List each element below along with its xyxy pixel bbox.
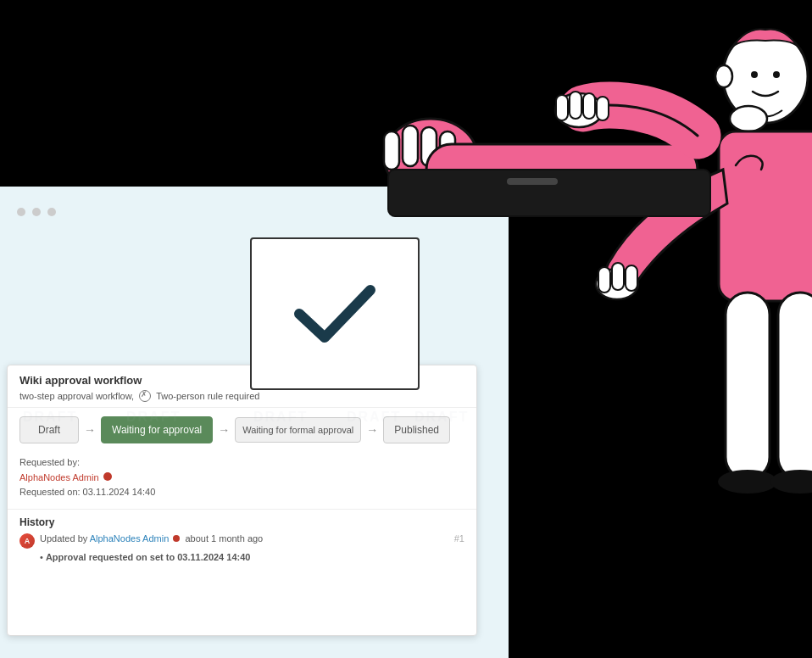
svg-rect-1 [384,131,399,170]
requested-by-row: Requested by: [19,455,464,471]
history-section: History A Updated by AlphaNodes Admin ab… [8,509,476,569]
history-ago: ago [247,533,263,544]
svg-rect-22 [570,92,581,119]
svg-rect-21 [556,95,568,120]
svg-rect-14 [612,263,624,290]
svg-point-10 [730,106,767,131]
panel-meta: two-step approval workflow, Two-person r… [19,390,464,402]
requester-row: AlphaNodes Admin [19,471,464,486]
svg-rect-11 [719,131,812,301]
arrow-3: → [366,423,378,437]
requested-on-row: Requested on: 03.11.2024 14:40 [19,485,464,500]
history-sub-value: set to 03.11.2024 14:40 [150,552,251,562]
ui-panel: Wiki approval workflow two-step approval… [7,365,477,636]
svg-rect-3 [421,127,437,166]
history-entry-text: Updated by [40,533,87,544]
history-avatar: A [19,533,35,549]
dot-2 [32,208,41,216]
svg-point-6 [723,30,808,123]
dot-3 [47,208,56,216]
checkmark-card [250,237,420,390]
step-published-button[interactable]: Published [383,416,450,443]
svg-point-8 [773,71,780,78]
history-item-1: A Updated by AlphaNodes Admin about 1 mo… [19,533,464,549]
svg-point-19 [770,470,812,494]
arrow-1: → [84,423,96,437]
svg-point-18 [718,470,777,494]
workflow-row: DRAFT DRAFT DRAFT DRAFT DRAFT Draft → Wa… [8,408,476,452]
svg-point-9 [715,65,732,87]
svg-rect-4 [440,131,455,167]
history-title: History [19,516,464,528]
history-updated-by: Updated by AlphaNodes Admin about 1 mont… [40,533,263,544]
arrow-2: → [218,423,230,437]
svg-rect-13 [598,267,610,293]
meta-workflow-text: two-step approval workflow, [19,391,134,401]
svg-point-7 [751,71,758,78]
requester-link[interactable]: AlphaNodes Admin [19,472,99,482]
history-user-icon [173,535,180,542]
svg-rect-15 [626,265,637,291]
window-controls [17,208,56,216]
svg-rect-24 [597,97,609,120]
svg-rect-2 [403,125,418,166]
history-user-link[interactable]: AlphaNodes Admin [90,533,170,544]
svg-rect-23 [583,93,595,119]
history-sub-label-bold: Approval requested on [46,552,147,562]
requested-by-label: Requested by: [19,457,80,467]
workflow-info: Requested by: AlphaNodes Admin Requested… [8,452,476,509]
requested-on-text: Requested on: 03.11.2024 14:40 [19,487,155,497]
svg-rect-26 [507,178,558,185]
history-sub-label: Approval requested on set to 03.11.2024 … [46,552,251,562]
history-sub-row: • Approval requested on set to 03.11.202… [40,552,464,562]
meta-rule-text: Two-person rule required [156,391,259,401]
checkmark-icon [292,271,377,356]
dot-1 [17,208,25,216]
step-draft-button[interactable]: Draft [19,416,79,443]
svg-rect-17 [778,293,812,479]
svg-point-0 [384,119,477,195]
step-waiting-formal-button[interactable]: Waiting for formal approval [235,417,361,443]
history-time: about 1 month [185,533,244,544]
svg-point-20 [555,93,603,127]
svg-rect-16 [726,293,770,479]
svg-point-12 [596,269,638,299]
requester-icon [103,472,112,481]
meta-icon [139,390,151,402]
step-waiting-approval-button[interactable]: Waiting for approval [101,416,213,443]
history-number: #1 [454,533,464,544]
